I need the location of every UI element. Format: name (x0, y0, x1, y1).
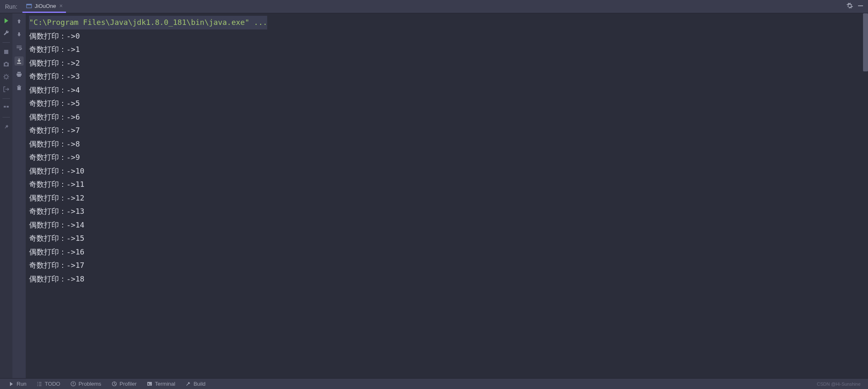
output-line: 偶数打印：->8 (29, 137, 865, 151)
stop-button[interactable] (2, 48, 10, 56)
run-tab[interactable]: JiOuOne × (22, 0, 66, 13)
output-line: 奇数打印：->11 (29, 178, 865, 191)
problems-label: Problems (78, 381, 101, 387)
svg-rect-5 (4, 106, 6, 108)
application-icon (26, 2, 32, 9)
output-line: 奇数打印：->5 (29, 97, 865, 110)
debug-icon[interactable] (2, 73, 10, 81)
scroll-to-end-icon[interactable] (15, 56, 24, 66)
svg-rect-11 (147, 382, 152, 386)
run-tool-window-button[interactable]: Run (3, 379, 32, 389)
gear-icon[interactable] (846, 2, 853, 11)
profiler-icon (111, 381, 117, 387)
layout-icon[interactable] (2, 104, 10, 112)
scrollbar[interactable] (863, 13, 868, 71)
console-output[interactable]: "C:\Program Files\Java\jdk1.8.0_181\bin\… (26, 13, 868, 378)
output-line: 奇数打印：->13 (29, 205, 865, 218)
bottom-toolbar: Run TODO Problems Profiler Terminal Buil… (0, 378, 868, 389)
output-line: 奇数打印：->9 (29, 151, 865, 164)
camera-icon[interactable] (2, 60, 10, 69)
output-line: 偶数打印：->2 (29, 56, 865, 70)
divider (2, 42, 10, 43)
terminal-label: Terminal (155, 381, 175, 387)
run-toolbar-left (0, 13, 12, 378)
run-label: Run: (0, 3, 22, 10)
output-line: 奇数打印：->17 (29, 259, 865, 272)
clear-all-icon[interactable] (15, 83, 24, 92)
todo-button[interactable]: TODO (32, 379, 65, 389)
output-line: 偶数打印：->18 (29, 272, 865, 286)
svg-point-9 (73, 385, 73, 386)
exit-icon[interactable] (2, 85, 10, 93)
run-tab-bar: Run: JiOuOne × (0, 0, 868, 13)
output-line: 偶数打印：->16 (29, 245, 865, 259)
minimize-icon[interactable] (857, 2, 864, 11)
output-line: 奇数打印：->15 (29, 232, 865, 245)
terminal-button[interactable]: Terminal (141, 379, 180, 389)
svg-rect-3 (4, 50, 8, 54)
list-icon (37, 381, 42, 387)
output-line: 奇数打印：->1 (29, 43, 865, 56)
down-arrow-icon[interactable] (15, 30, 24, 39)
build-button[interactable]: Build (180, 379, 210, 389)
up-arrow-icon[interactable] (15, 17, 24, 26)
output-line: 奇数打印：->7 (29, 124, 865, 137)
close-tab-icon[interactable]: × (59, 2, 63, 9)
todo-label: TODO (45, 381, 60, 387)
output-line: 偶数打印：->12 (29, 191, 865, 205)
build-label: Build (193, 381, 205, 387)
svg-rect-6 (7, 106, 9, 108)
play-icon (8, 381, 14, 387)
rerun-button[interactable] (2, 17, 10, 25)
warning-icon (70, 381, 76, 387)
output-line: 偶数打印：->14 (29, 218, 865, 232)
watermark: CSDN @Hi-Sunshine (817, 382, 865, 387)
run-toolbar-secondary (12, 13, 26, 378)
output-line: 偶数打印：->6 (29, 110, 865, 124)
tab-bar-actions (846, 2, 868, 11)
profiler-button[interactable]: Profiler (106, 379, 141, 389)
output-line: 偶数打印：->10 (29, 164, 865, 178)
output-line: 偶数打印：->4 (29, 83, 865, 97)
output-line: 奇数打印：->3 (29, 70, 865, 83)
svg-rect-2 (858, 5, 863, 6)
svg-rect-7 (17, 63, 21, 64)
divider (2, 98, 10, 99)
output-line: 偶数打印：->0 (29, 29, 865, 43)
problems-button[interactable]: Problems (65, 379, 106, 389)
soft-wrap-icon[interactable] (15, 43, 24, 52)
main-area: "C:\Program Files\Java\jdk1.8.0_181\bin\… (0, 13, 868, 378)
hammer-icon (185, 381, 191, 387)
svg-rect-1 (27, 4, 32, 5)
command-line: "C:\Program Files\Java\jdk1.8.0_181\bin\… (29, 16, 267, 29)
terminal-icon (146, 381, 152, 387)
wrench-icon[interactable] (2, 29, 10, 37)
svg-point-4 (5, 75, 8, 78)
profiler-label: Profiler (119, 381, 137, 387)
print-icon[interactable] (15, 70, 24, 79)
run-label: Run (17, 381, 27, 387)
tab-title: JiOuOne (35, 3, 56, 9)
divider (2, 117, 10, 117)
pin-icon[interactable] (2, 122, 10, 131)
